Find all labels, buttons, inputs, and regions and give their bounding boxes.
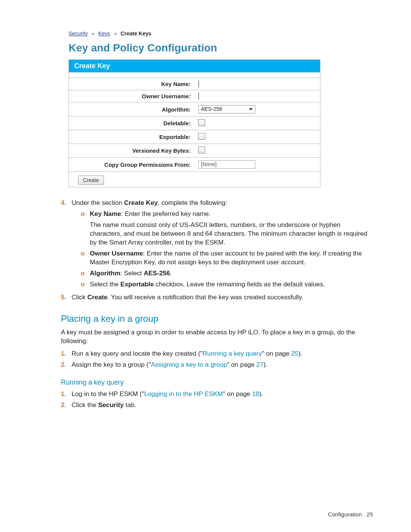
key-name-input[interactable]: [198, 80, 199, 88]
text: checkbox. Leave the remaining fields as …: [154, 281, 325, 288]
footer-label: Configuration: [328, 511, 362, 518]
link-logging-in-eskm[interactable]: Logging in to the HP ESKM: [144, 390, 223, 398]
document-page: Security » Keys » Create Keys Key and Po…: [0, 0, 411, 532]
create-button[interactable]: Create: [78, 176, 104, 185]
label-copy-perms: Copy Group Permissions From:: [69, 158, 194, 172]
step-number: 2.: [61, 361, 72, 369]
text: Click the: [72, 401, 98, 409]
label-owner-username: Owner Username:: [69, 90, 194, 102]
text-bold: Security: [98, 401, 124, 409]
page-title: Key and Policy Configuration: [68, 42, 373, 54]
breadcrumb-keys[interactable]: Keys: [98, 30, 110, 37]
text: Under the section: [72, 199, 124, 206]
text: . You will receive a notification that t…: [107, 294, 303, 301]
create-key-screenshot: Security » Keys » Create Keys Key and Po…: [68, 30, 373, 187]
step-4-key-name: o Key Name: Enter the preferred key name…: [81, 210, 373, 247]
step-4-algorithm: o Algorithm: Select AES-256.: [81, 269, 373, 278]
bullet-icon: o: [81, 210, 90, 247]
label-key-name: Key Name:: [69, 78, 194, 90]
step-number: 1.: [61, 390, 72, 399]
section2-step2: 2. Assign the key to a group ("Assigning…: [61, 361, 373, 369]
paragraph: A key must be assigned a group in order …: [61, 328, 373, 346]
text: .: [170, 270, 172, 277]
breadcrumb-sep: »: [114, 30, 117, 37]
step-number: 1.: [61, 350, 72, 358]
text: Log in to the HP ESKM (": [72, 390, 144, 398]
step-5: 5. Click Create. You will receive a noti…: [61, 293, 373, 302]
section3-step1: 1. Log in to the HP ESKM ("Logging in to…: [61, 390, 373, 399]
link-assigning-key-group[interactable]: Assigning a key to a group: [151, 361, 227, 368]
text: ).: [298, 350, 302, 357]
step-number: 4.: [61, 199, 72, 291]
text-bold: AES-256: [144, 270, 170, 277]
link-page-18[interactable]: 18: [252, 390, 260, 398]
text: " on page: [223, 390, 252, 398]
document-body: 4. Under the section Create Key, complet…: [61, 199, 373, 410]
bullet-icon: o: [81, 280, 90, 289]
text: tab.: [124, 401, 136, 409]
create-key-form: Key Name: Owner Username: Algorithm: AES…: [69, 78, 320, 172]
step-number: 2.: [61, 401, 72, 410]
text-bold: Exportable: [120, 281, 154, 288]
bullet-icon: o: [81, 269, 90, 278]
text-bold: Algorithm: [90, 270, 120, 277]
label-deletable: Deletable:: [69, 117, 194, 130]
text: , complete the following:: [158, 199, 227, 206]
algorithm-value: AES-256: [201, 106, 222, 112]
text: : Select: [120, 270, 143, 277]
step-4-exportable: o Select the Exportable checkbox. Leave …: [81, 280, 373, 289]
section3-step2: 2. Click the Security tab.: [61, 401, 373, 410]
heading-running-key-query: Running a key query: [61, 378, 373, 387]
text: Assign the key to a group (": [72, 361, 151, 368]
algorithm-select[interactable]: AES-256: [198, 105, 255, 113]
breadcrumb-sep: »: [91, 30, 94, 37]
panel-header: Create Key: [69, 60, 320, 72]
text: " on page: [262, 350, 291, 357]
text: : Enter the preferred key name.: [121, 210, 210, 217]
text: ).: [259, 390, 263, 398]
text: ).: [263, 361, 267, 368]
text-bold: Owner Username: [90, 250, 143, 257]
deletable-checkbox[interactable]: [198, 119, 205, 126]
section2-step1: 1. Run a key query and locate the key cr…: [61, 350, 373, 358]
copy-perms-select[interactable]: [None]: [198, 160, 255, 169]
link-running-key-query[interactable]: Running a key query: [202, 350, 262, 357]
versioned-checkbox[interactable]: [198, 147, 205, 153]
step-4: 4. Under the section Create Key, complet…: [61, 199, 373, 291]
step-4-owner-username: o Owner Username: Enter the name of the …: [81, 249, 373, 267]
label-exportable: Exportable:: [69, 130, 194, 144]
link-page-27[interactable]: 27: [256, 361, 264, 368]
exportable-checkbox[interactable]: [198, 133, 205, 140]
label-versioned: Versioned Key Bytes:: [69, 144, 194, 158]
bullet-icon: o: [81, 249, 90, 267]
breadcrumb-current: Create Keys: [121, 30, 151, 37]
text-bold: Create Key: [124, 199, 158, 206]
breadcrumb: Security » Keys » Create Keys: [68, 30, 373, 37]
text: The name must consist only of US-ASCII l…: [90, 221, 373, 247]
owner-username-input[interactable]: [198, 93, 199, 100]
step-number: 5.: [61, 293, 72, 302]
heading-placing-key: Placing a key in a group: [61, 313, 373, 325]
chevron-down-icon: [249, 108, 253, 110]
label-algorithm: Algorithm:: [69, 102, 194, 117]
text-bold: Create: [88, 294, 108, 301]
create-key-panel: Create Key Key Name: Owner Username: Alg…: [68, 59, 320, 187]
footer-page: 25: [366, 511, 373, 518]
breadcrumb-security[interactable]: Security: [68, 30, 88, 37]
page-footer: Configuration 25: [328, 511, 373, 518]
link-page-25[interactable]: 25: [291, 350, 298, 357]
text: Click: [72, 294, 88, 301]
text: Run a key query and locate the key creat…: [72, 350, 202, 357]
text: " on page: [227, 361, 256, 368]
text-bold: Key Name: [90, 210, 121, 217]
text: Select the: [90, 281, 120, 288]
